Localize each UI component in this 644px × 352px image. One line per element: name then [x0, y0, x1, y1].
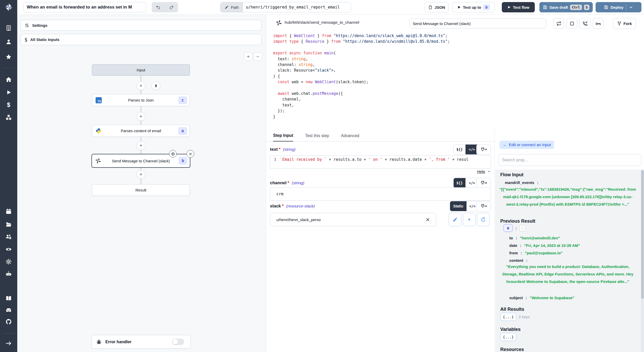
test-up-to-button[interactable]: Test up to b [453, 2, 495, 12]
search-prop-input[interactable] [498, 154, 641, 166]
sidebar-item-home[interactable] [0, 74, 17, 85]
object-expand-badge[interactable]: {...} [500, 313, 516, 321]
json-button[interactable]: JSON [425, 2, 448, 12]
connect-input-button[interactable] [476, 144, 491, 155]
sidebar-item-variables[interactable]: $ [0, 100, 17, 110]
flow-node-parses-to-json[interactable]: TS Parses to Json c [92, 94, 190, 106]
flow-title-input[interactable] [23, 2, 146, 12]
code-editor[interactable]: import { WebClient } from "https://deno.… [273, 33, 639, 120]
tab-advanced[interactable]: Advanced [341, 133, 359, 141]
redo-icon[interactable] [169, 5, 174, 10]
add-step-icon[interactable]: + [137, 112, 145, 121]
sidebar-item-docs[interactable] [0, 293, 17, 303]
hub-script-path[interactable]: hub/849/slack/send_message_to_channel [285, 20, 359, 25]
github-icon[interactable] [0, 316, 17, 327]
flow-settings-button[interactable]: Settings [21, 20, 261, 31]
sidebar-item-workers[interactable] [0, 269, 17, 279]
sidebar-item-favorites[interactable] [0, 52, 17, 62]
sidebar-item-audit-logs[interactable] [0, 244, 17, 254]
add-resource-button[interactable]: + [463, 213, 476, 226]
chevron-down-icon[interactable] [629, 5, 633, 10]
sidebar-item-runs[interactable] [0, 87, 17, 97]
zoom-in-button[interactable]: + [244, 52, 252, 61]
slack-icon [95, 158, 101, 164]
tab-test-this-step[interactable]: Test this step [305, 133, 329, 141]
template-mode-button[interactable]: ${} [454, 145, 465, 154]
flow-node-result[interactable]: Result [92, 184, 190, 196]
line-number: 1 [270, 156, 280, 169]
channel-value-input[interactable]: crm [270, 187, 491, 201]
fork-button[interactable]: Fork [613, 18, 636, 29]
slack-resource-picker[interactable]: u/henri/henri_slack_perso [270, 213, 436, 226]
windmill-logo[interactable] [0, 2, 17, 12]
object-expand-badge[interactable]: {...} [500, 333, 516, 341]
webhook-call-button[interactable] [580, 18, 590, 29]
step-name-input[interactable] [409, 19, 546, 28]
sidebar-item-schedules[interactable] [0, 206, 17, 216]
clear-icon[interactable] [426, 218, 430, 222]
add-step-icon[interactable]: + [137, 81, 145, 90]
kv-row-date[interactable]: date:"Fri, Apr 14, 2023 at 10:28 AM" [509, 243, 580, 248]
sidebar-item-folders[interactable] [0, 219, 17, 229]
result-key-a-badge[interactable]: a [503, 224, 513, 232]
static-mode-button[interactable]: Static [450, 201, 467, 211]
delete-node-icon[interactable] [187, 150, 194, 158]
sidebar-item-user[interactable] [0, 37, 17, 47]
sleep-step-button[interactable] [593, 18, 604, 29]
discord-icon[interactable] [0, 305, 17, 315]
test-flow-button[interactable]: Test flow [502, 2, 535, 12]
add-step-icon[interactable]: + [137, 141, 145, 150]
kv-row-subject[interactable]: subject:"Welcome to Supabase" [509, 296, 574, 300]
text-expression-editor[interactable]: 1 `Email received by ` + results.a.to + … [270, 155, 491, 169]
kv-row-content[interactable]: content: [509, 258, 528, 263]
path-button[interactable]: Path [221, 2, 243, 12]
content-value[interactable]: "Everything you need to build a product:… [498, 263, 637, 285]
connect-input-button[interactable] [476, 178, 491, 188]
error-handler-toggle[interactable] [172, 339, 184, 345]
template-mode-button[interactable]: ${} [454, 178, 465, 188]
trigger-bolt-icon[interactable] [151, 81, 160, 90]
error-handler-node[interactable]: Error handler [92, 335, 191, 349]
edit-resource-button[interactable] [449, 213, 461, 226]
slack-icon [276, 20, 282, 26]
help-link[interactable]: Help [477, 169, 485, 174]
sidebar-item-settings[interactable] [0, 256, 17, 267]
keys-count: 2 keys [519, 315, 530, 319]
expand-modal-button[interactable] [566, 18, 577, 29]
sidebar-item-groups[interactable] [0, 231, 17, 242]
collapse-sidebar-icon[interactable] [0, 338, 17, 348]
kv-row-from[interactable]: from:"paul@supabase.io" [509, 251, 563, 255]
all-results-heading: All Results [500, 307, 524, 312]
scrollbar-thumb[interactable] [641, 170, 644, 299]
node-label: Parses to Json [128, 98, 154, 102]
save-draft-button[interactable]: Save draft Ctrl S [539, 2, 593, 12]
collapse-badge[interactable]: - [520, 225, 526, 231]
deploy-button[interactable]: Deploy [596, 2, 641, 12]
add-step-icon[interactable]: + [137, 170, 145, 179]
path-field[interactable]: Path u/henri/triggered_by_email_report_e… [220, 2, 351, 12]
sidebar-item-resources[interactable] [0, 112, 17, 122]
chevron-down-icon[interactable] [487, 170, 491, 173]
static-inputs-label: All Static Inputs [30, 37, 59, 42]
node-badge: b [179, 157, 187, 165]
flow-input-key-row[interactable]: mandrill_events: [505, 180, 539, 185]
sidebar-item-workspace[interactable] [0, 23, 17, 33]
move-node-icon[interactable] [169, 150, 177, 158]
reload-script-button[interactable] [553, 18, 564, 29]
refresh-resource-button[interactable] [477, 213, 489, 226]
zoom-out-button[interactable]: − [253, 52, 262, 61]
connect-input-button[interactable] [476, 201, 491, 211]
path-value[interactable]: u/henri/triggered_by_email_report_email [243, 2, 343, 12]
flow-input-value[interactable]: "[{"event":"inbound","ts":1683819426,"ms… [498, 186, 637, 208]
kv-row-to[interactable]: to:"henri@windmill.dev" [509, 236, 560, 240]
flow-node-input[interactable]: Input [92, 64, 190, 76]
all-results-row: {...} 2 keys [500, 313, 530, 321]
undo-icon[interactable] [156, 5, 161, 10]
tab-step-input[interactable]: Step Input [273, 133, 293, 141]
all-static-inputs-button[interactable]: $ All Static Inputs [21, 34, 261, 45]
flow-node-send-message-selected[interactable]: Send Message to Channel (slack) b [91, 154, 190, 168]
back-arrow-icon: ← [503, 143, 507, 147]
flow-node-parses-content[interactable]: Parses content of email a [92, 125, 190, 137]
edit-or-connect-button[interactable]: ← Edit or connect an input [499, 141, 554, 149]
text-expression-code: `Email received by ` + results.a.to + ' … [280, 156, 469, 169]
